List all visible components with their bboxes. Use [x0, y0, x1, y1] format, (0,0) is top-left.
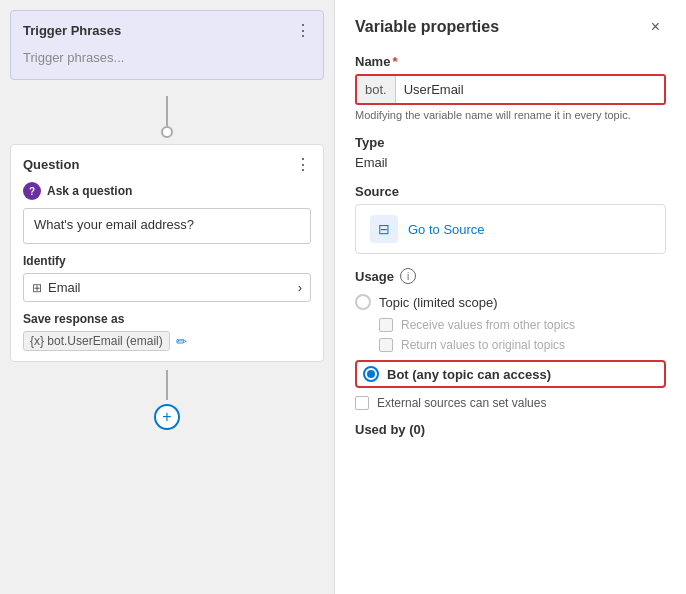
radio-topic-circle: [355, 294, 371, 310]
circle-node-top: [161, 126, 173, 138]
right-panel: Variable properties × Name* bot. Modifyi…: [335, 0, 686, 594]
usage-title: Usage: [355, 269, 394, 284]
source-box[interactable]: ⊟ Go to Source: [355, 204, 666, 254]
close-button[interactable]: ×: [645, 16, 666, 38]
type-section: Type Email: [355, 135, 666, 170]
save-response-label: Save response as: [23, 312, 311, 326]
checkbox-receive-box: [379, 318, 393, 332]
source-icon-glyph: ⊟: [378, 221, 390, 237]
question-text[interactable]: What's your email address?: [23, 208, 311, 244]
usage-header: Usage i: [355, 268, 666, 284]
trigger-phrases-block: Trigger Phrases ⋮ Trigger phrases...: [10, 10, 324, 80]
edit-icon[interactable]: ✏: [176, 334, 187, 349]
source-label: Source: [355, 184, 666, 199]
radio-topic[interactable]: Topic (limited scope): [355, 294, 666, 310]
name-hint: Modifying the variable name will rename …: [355, 109, 666, 121]
usage-section: Usage i Topic (limited scope) Receive va…: [355, 268, 666, 437]
trigger-phrases-placeholder: Trigger phrases...: [23, 46, 311, 69]
line-bottom: [166, 370, 168, 400]
type-value: Email: [355, 155, 666, 170]
identify-chevron: ›: [298, 280, 302, 295]
save-badge: {x} bot.UserEmail (email): [23, 331, 170, 351]
radio-bot[interactable]: Bot (any topic can access): [355, 360, 666, 388]
trigger-phrases-menu[interactable]: ⋮: [295, 21, 311, 40]
ask-icon: ?: [23, 182, 41, 200]
source-link[interactable]: Go to Source: [408, 222, 485, 237]
checkbox-receive-label: Receive values from other topics: [401, 318, 575, 332]
ext-sources-row: External sources can set values: [355, 396, 666, 410]
trigger-phrases-title: Trigger Phrases: [23, 23, 121, 38]
panel-header: Variable properties ×: [355, 16, 666, 38]
email-identify-icon: ⊞: [32, 281, 42, 295]
source-section: Source ⊟ Go to Source: [355, 184, 666, 254]
line-top: [166, 96, 168, 126]
name-section: Name* bot. Modifying the variable name w…: [355, 54, 666, 121]
add-button[interactable]: +: [154, 404, 180, 430]
left-panel: Trigger Phrases ⋮ Trigger phrases... Que…: [0, 0, 335, 594]
usage-info-icon[interactable]: i: [400, 268, 416, 284]
source-icon: ⊟: [370, 215, 398, 243]
save-response-row: {x} bot.UserEmail (email) ✏: [23, 331, 311, 351]
name-input[interactable]: [396, 76, 664, 103]
used-by: Used by (0): [355, 422, 666, 437]
identify-label: Identify: [23, 254, 311, 268]
radio-bot-circle: [363, 366, 379, 382]
question-menu[interactable]: ⋮: [295, 155, 311, 174]
bot-prefix: bot.: [357, 76, 396, 103]
panel-title: Variable properties: [355, 18, 499, 36]
name-label: Name*: [355, 54, 666, 69]
checkbox-return: Return values to original topics: [379, 338, 666, 352]
identify-value: Email: [48, 280, 81, 295]
connector-bottom: +: [0, 362, 334, 594]
identify-select[interactable]: ⊞ Email ›: [23, 273, 311, 302]
sub-options: Receive values from other topics Return …: [379, 318, 666, 352]
checkbox-return-box: [379, 338, 393, 352]
question-title: Question: [23, 157, 79, 172]
checkbox-receive: Receive values from other topics: [379, 318, 666, 332]
question-block: Question ⋮ ? Ask a question What's your …: [10, 144, 324, 362]
checkbox-return-label: Return values to original topics: [401, 338, 565, 352]
ask-label: Ask a question: [47, 184, 132, 198]
ext-sources-checkbox[interactable]: [355, 396, 369, 410]
type-label: Type: [355, 135, 666, 150]
radio-bot-label: Bot (any topic can access): [387, 367, 551, 382]
name-input-row: bot.: [355, 74, 666, 105]
required-star: *: [392, 54, 397, 69]
connector-top: [0, 90, 334, 144]
radio-topic-label: Topic (limited scope): [379, 295, 498, 310]
ext-sources-label: External sources can set values: [377, 396, 546, 410]
